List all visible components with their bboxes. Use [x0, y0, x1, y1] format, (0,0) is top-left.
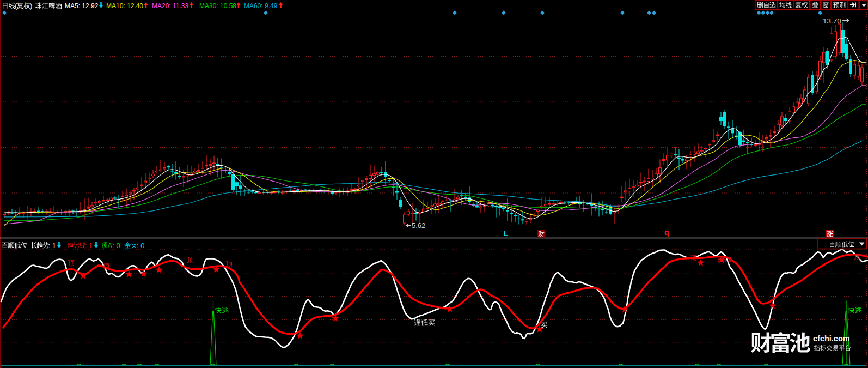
svg-text:: 0: : 0 [137, 242, 144, 250]
svg-text:: 1: : 1 [85, 242, 93, 250]
svg-text:cfchi.com: cfchi.com [813, 334, 850, 343]
svg-text:MA60: 9.49: MA60: 9.49 [244, 2, 278, 10]
svg-text:MA5: 12.92: MA5: 12.92 [65, 2, 99, 10]
svg-text:13.70: 13.70 [823, 17, 841, 25]
svg-text:A: 0: A: 0 [108, 242, 120, 250]
svg-text:MA10: 12.40: MA10: 12.40 [106, 2, 143, 10]
svg-text:MA30: 10.58: MA30: 10.58 [199, 2, 236, 10]
svg-text:: 1: : 1 [48, 242, 56, 250]
svg-text:MA20: 11.33: MA20: 11.33 [152, 2, 188, 10]
svg-text:q: q [664, 228, 669, 237]
svg-text:): ) [30, 2, 32, 10]
svg-text:L: L [504, 229, 509, 238]
svg-text:5.62: 5.62 [412, 221, 425, 230]
